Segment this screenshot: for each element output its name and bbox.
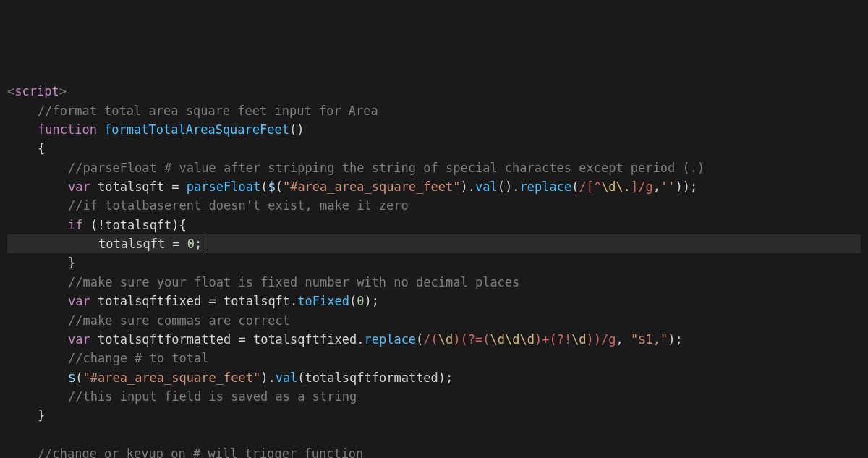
token-call: replace bbox=[364, 332, 416, 347]
token-glob: $ bbox=[268, 179, 275, 194]
token-rgxesc: \d\d\d bbox=[490, 332, 535, 347]
code-line[interactable] bbox=[7, 425, 861, 444]
token-paren: ) bbox=[668, 332, 675, 347]
token-id: totalsqft bbox=[98, 237, 165, 251]
code-line[interactable]: //make sure commas are correct bbox=[7, 311, 861, 330]
token-punc: ; bbox=[446, 370, 453, 385]
code-line[interactable]: $("#area_area_square_feet").val(totalsqf… bbox=[7, 368, 861, 387]
token-punc: ; bbox=[690, 179, 697, 194]
text-cursor bbox=[203, 237, 203, 251]
token-cmnt: //make sure your float is fixed number w… bbox=[68, 275, 519, 289]
token-rgx: ]/g bbox=[631, 179, 653, 194]
token-cmnt: //this input field is saved as a string bbox=[68, 389, 357, 404]
code-line[interactable]: } bbox=[7, 253, 861, 272]
token-punc: . bbox=[357, 332, 364, 347]
token-punc: ; bbox=[372, 294, 379, 308]
token-cmnt: //parseFloat # value after stripping the… bbox=[68, 161, 705, 175]
token-punc: { bbox=[38, 141, 45, 156]
token-cmnt: //make sure commas are correct bbox=[68, 313, 290, 328]
code-editor[interactable]: <script>//format total area square feet … bbox=[7, 82, 861, 458]
token-rgxesc: \d bbox=[571, 332, 586, 347]
token-id: totalsqftformatted bbox=[305, 370, 438, 385]
token-call: replace bbox=[520, 179, 572, 194]
token-kw: var bbox=[68, 332, 98, 347]
token-paren: ( bbox=[349, 294, 357, 308]
token-str: "#area_area_square_feet" bbox=[83, 370, 261, 385]
code-line[interactable]: //parseFloat # value after stripping the… bbox=[7, 158, 861, 177]
token-op: = bbox=[164, 179, 187, 194]
code-line[interactable]: //change # to total bbox=[7, 349, 861, 368]
token-op: = bbox=[165, 237, 187, 251]
token-tagbr: > bbox=[59, 84, 67, 98]
code-line[interactable]: //if totalbaserent doesn't exist, make i… bbox=[7, 196, 861, 215]
token-id: totalsqftfixed bbox=[253, 332, 357, 347]
code-line[interactable]: function formatTotalAreaSquareFeet() bbox=[7, 120, 861, 139]
token-paren: ( bbox=[75, 370, 82, 385]
code-line[interactable]: var totalsqft = parseFloat($("#area_area… bbox=[7, 177, 861, 196]
token-paren: ( bbox=[297, 370, 305, 385]
token-punc: , bbox=[653, 179, 660, 194]
token-call: toFixed bbox=[297, 294, 349, 308]
token-str: "$1," bbox=[631, 332, 668, 347]
token-rgx: /[^ bbox=[579, 179, 601, 194]
token-glob: $ bbox=[68, 370, 75, 385]
token-kw: var bbox=[68, 179, 98, 194]
token-punc: , bbox=[616, 332, 631, 347]
token-punc: . bbox=[468, 179, 475, 194]
code-line[interactable]: } bbox=[7, 406, 861, 425]
token-paren: ( bbox=[416, 332, 423, 347]
token-fn: formatTotalAreaSquareFeet bbox=[104, 122, 289, 137]
token-punc: ; bbox=[195, 237, 202, 251]
token-paren: ) bbox=[438, 370, 446, 385]
token-num: 0 bbox=[187, 237, 195, 251]
token-rgxesc: \d\. bbox=[601, 179, 631, 194]
token-paren: ) bbox=[260, 370, 268, 385]
token-call: val bbox=[276, 370, 298, 385]
token-paren: () bbox=[498, 179, 512, 194]
token-rgx: /( bbox=[423, 332, 438, 347]
token-punc: . bbox=[268, 370, 275, 385]
token-op: = bbox=[201, 294, 224, 308]
code-line[interactable]: { bbox=[7, 139, 861, 158]
token-paren: ( bbox=[90, 218, 98, 232]
token-paren: ) bbox=[461, 179, 468, 194]
token-punc: { bbox=[179, 218, 187, 232]
token-punc: . bbox=[512, 179, 519, 194]
code-line[interactable]: //this input field is saved as a string bbox=[7, 387, 861, 406]
token-id: totalsqft bbox=[224, 294, 290, 308]
token-op: = bbox=[231, 332, 253, 347]
code-line[interactable]: totalsqft = 0; bbox=[7, 234, 861, 253]
token-id: totalsqftfixed bbox=[98, 294, 201, 308]
token-tagname: script bbox=[14, 84, 59, 98]
token-paren: () bbox=[289, 122, 304, 137]
token-punc: ; bbox=[675, 332, 682, 347]
token-paren: ) bbox=[365, 294, 372, 308]
code-line[interactable]: var totalsqftformatted = totalsqftfixed.… bbox=[7, 330, 861, 349]
token-paren: ( bbox=[276, 179, 283, 194]
token-kw: function bbox=[38, 122, 104, 137]
token-tagbr: < bbox=[7, 84, 14, 98]
token-call: val bbox=[475, 179, 498, 194]
code-line[interactable]: //format total area square feet input fo… bbox=[7, 101, 861, 120]
token-rgx: ))/g bbox=[587, 332, 616, 347]
token-paren: )) bbox=[676, 179, 690, 194]
token-str: "#area_area_square_feet" bbox=[283, 179, 461, 194]
code-line[interactable]: <script> bbox=[7, 82, 861, 101]
token-paren: ( bbox=[571, 179, 579, 194]
token-paren: ) bbox=[171, 218, 179, 232]
token-id: totalsqft bbox=[105, 218, 171, 232]
code-line[interactable]: //change or keyup on # will trigger func… bbox=[7, 444, 861, 458]
token-id: totalsqftformatted bbox=[98, 332, 231, 347]
token-cmnt: //if totalbaserent doesn't exist, make i… bbox=[68, 198, 409, 213]
code-line[interactable]: //make sure your float is fixed number w… bbox=[7, 273, 861, 292]
token-punc: } bbox=[68, 255, 75, 270]
token-rgx: )(?=( bbox=[453, 332, 490, 347]
token-cmnt: //change # to total bbox=[68, 351, 208, 365]
token-call: parseFloat bbox=[187, 179, 260, 194]
token-punc: } bbox=[38, 408, 45, 423]
code-line[interactable]: if (!totalsqft){ bbox=[7, 216, 861, 234]
token-str: '' bbox=[660, 179, 675, 194]
code-line[interactable]: var totalsqftfixed = totalsqft.toFixed(0… bbox=[7, 292, 861, 310]
token-rgx: )+(?! bbox=[535, 332, 571, 347]
token-id: totalsqft bbox=[98, 179, 164, 194]
